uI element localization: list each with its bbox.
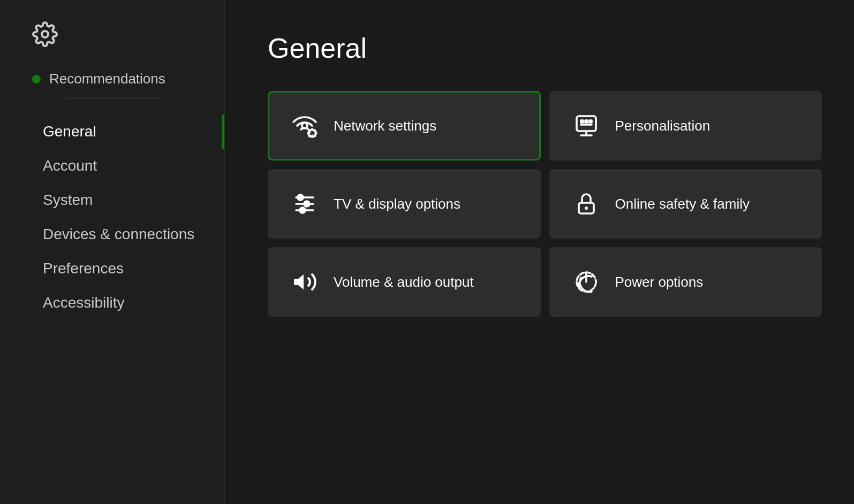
personalisation-icon (572, 112, 600, 140)
sidebar-item-system[interactable]: System (0, 183, 224, 217)
svg-rect-3 (577, 116, 596, 131)
tv-display-label: TV & display options (334, 196, 460, 212)
grid-item-tv-display[interactable]: TV & display options (268, 169, 541, 239)
volume-audio-icon (291, 268, 319, 296)
sidebar-item-account[interactable]: Account (0, 149, 224, 183)
svg-point-0 (42, 31, 48, 37)
page-title: General (268, 32, 822, 64)
personalisation-label: Personalisation (615, 118, 711, 134)
volume-audio-label: Volume & audio output (334, 274, 474, 291)
svg-marker-12 (294, 274, 304, 289)
main-content: General Network settings (225, 0, 854, 504)
network-settings-label: Network settings (334, 118, 436, 134)
power-options-label: Power options (615, 274, 704, 291)
svg-point-8 (304, 201, 309, 207)
grid-item-network-settings[interactable]: Network settings (268, 91, 541, 161)
settings-grid: Network settings Personalisation (268, 91, 822, 317)
gear-icon-container (0, 21, 224, 65)
sidebar-item-preferences[interactable]: Preferences (0, 251, 224, 286)
recommendations-area[interactable]: Recommendations (0, 65, 224, 109)
grid-item-online-safety[interactable]: Online safety & family (549, 169, 822, 239)
sidebar-item-accessibility[interactable]: Accessibility (0, 286, 224, 320)
sidebar-item-general[interactable]: General (0, 114, 224, 149)
svg-point-11 (585, 207, 588, 210)
grid-item-volume-audio[interactable]: Volume & audio output (268, 247, 541, 317)
svg-point-7 (298, 195, 303, 200)
sidebar-nav: General Account System Devices & connect… (0, 114, 224, 320)
network-settings-icon (291, 112, 319, 140)
sidebar: Recommendations General Account System D… (0, 0, 225, 504)
sidebar-separator (64, 98, 160, 98)
online-safety-label: Online safety & family (615, 196, 750, 212)
recommendations-label: Recommendations (49, 71, 165, 87)
recommendations-dot (32, 75, 41, 83)
sidebar-item-devices[interactable]: Devices & connections (0, 217, 224, 251)
power-options-icon (572, 268, 600, 296)
online-safety-icon (572, 190, 600, 218)
grid-item-personalisation[interactable]: Personalisation (549, 91, 822, 161)
grid-item-power-options[interactable]: Power options (549, 247, 822, 317)
gear-icon (32, 40, 58, 49)
sidebar-item-recommendations[interactable]: Recommendations (32, 65, 192, 93)
tv-display-icon (291, 190, 319, 218)
svg-point-9 (300, 208, 305, 213)
